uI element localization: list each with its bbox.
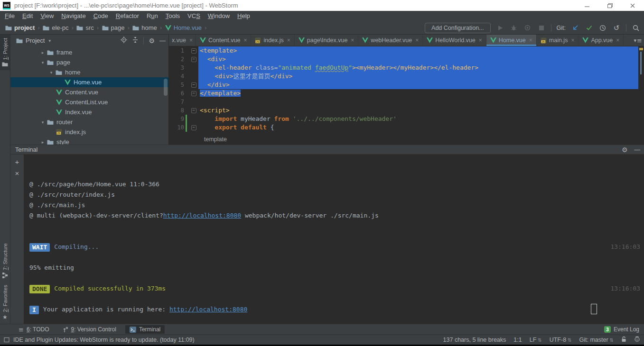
- tree-expand-icon[interactable]: ▸: [39, 140, 47, 145]
- tab-close-icon[interactable]: ×: [351, 37, 354, 44]
- tab-close-icon[interactable]: ×: [243, 37, 247, 44]
- hide-panel-icon[interactable]: —: [159, 37, 166, 44]
- bottom-tool-window-6-todo[interactable]: ≡6: TODO: [14, 325, 54, 334]
- tree-item-contentlist-vue[interactable]: ContentList.vue: [10, 97, 168, 107]
- status-widget-137-chars-5-line-breaks[interactable]: 137 chars, 5 line breaks: [443, 337, 506, 343]
- line-number[interactable]: 1: [169, 46, 184, 55]
- project-scrollbar-thumb[interactable]: [164, 79, 168, 96]
- status-widget-utf-8[interactable]: UTF-8⇅: [550, 337, 572, 343]
- menu-vcs[interactable]: VCS: [184, 11, 204, 21]
- menu-code[interactable]: Code: [90, 11, 112, 21]
- menu-refactor[interactable]: Refactor: [112, 11, 143, 21]
- tree-item-page[interactable]: ▾page: [10, 57, 168, 67]
- fold-icon[interactable]: −: [191, 108, 196, 113]
- editor-scrollbar-stripe[interactable]: [638, 46, 644, 134]
- rollback-icon[interactable]: ↺: [612, 24, 621, 32]
- history-icon[interactable]: [598, 24, 607, 32]
- line-number[interactable]: 8: [169, 106, 184, 115]
- code-line-text[interactable]: <template>: [198, 46, 638, 55]
- line-number[interactable]: 4: [169, 72, 184, 81]
- run-with-coverage-icon[interactable]: [523, 24, 532, 32]
- minimize-button[interactable]: [576, 0, 598, 11]
- fold-icon[interactable]: −: [191, 125, 196, 130]
- locate-file-icon[interactable]: [121, 36, 127, 45]
- menu-file[interactable]: File: [1, 11, 19, 21]
- search-everywhere-icon[interactable]: [632, 24, 640, 32]
- terminal-settings-gear-icon[interactable]: ⚙: [622, 146, 628, 154]
- code-line-7[interactable]: 7: [169, 98, 638, 106]
- code-line-2[interactable]: 2− <div>: [169, 55, 638, 64]
- breadcrumb-home[interactable]: home: [131, 24, 159, 31]
- tab-main-js[interactable]: JSmain.js×: [537, 35, 579, 46]
- project-view-selector[interactable]: Project ▾: [16, 37, 51, 44]
- breadcrumb-project[interactable]: project: [4, 24, 36, 31]
- menu-window[interactable]: Window: [204, 11, 233, 21]
- code-line-text[interactable]: import myHeader from '../../components/w…: [198, 115, 638, 123]
- line-number[interactable]: 5: [169, 81, 184, 89]
- breadcrumb-page[interactable]: page: [101, 24, 126, 31]
- fold-icon[interactable]: −: [191, 48, 196, 54]
- event-log-button[interactable]: 3 Event Log: [604, 326, 639, 333]
- menu-tools[interactable]: Tools: [162, 11, 184, 21]
- code-line-1[interactable]: 1−<template>: [169, 46, 638, 55]
- tab-content-vue[interactable]: Content.vue×: [196, 35, 251, 46]
- run-icon[interactable]: [496, 24, 504, 32]
- tab-close-icon[interactable]: ×: [571, 37, 574, 44]
- settings-gear-icon[interactable]: ⚙: [149, 37, 155, 45]
- close-button[interactable]: [621, 0, 644, 11]
- collapse-all-icon[interactable]: [132, 36, 139, 45]
- tree-expand-icon[interactable]: ▾: [39, 120, 47, 125]
- tree-item-home[interactable]: ▾home: [10, 67, 168, 77]
- code-line-text[interactable]: [198, 98, 638, 106]
- status-widget-1-1[interactable]: 1:1: [513, 337, 522, 343]
- menu-navigate[interactable]: Navigate: [57, 11, 89, 21]
- line-number[interactable]: 2: [169, 55, 184, 64]
- write-access-lock-icon[interactable]: [621, 336, 626, 344]
- tab-home-vue[interactable]: Home.vue×: [486, 35, 537, 46]
- terminal-output[interactable]: @ ./src/page/home/Home.vue 11:0-366@ ./s…: [24, 155, 644, 324]
- code-line-text[interactable]: <div>这里才是首页</div>: [198, 72, 638, 81]
- code-line-6[interactable]: 6−</template>: [169, 89, 638, 98]
- new-session-icon[interactable]: +: [15, 158, 19, 165]
- status-widget-lf[interactable]: LF⇅: [530, 337, 542, 343]
- fold-icon[interactable]: −: [191, 82, 196, 88]
- status-message-area[interactable]: IDE and Plugin Updates: WebStorm is read…: [4, 337, 195, 343]
- code-line-3[interactable]: 3 <el-header class="animated faedOutUp">…: [169, 64, 638, 72]
- tree-item-frame[interactable]: ▸frame: [10, 47, 168, 57]
- tree-expand-icon[interactable]: ▸: [39, 50, 47, 55]
- code-line-8[interactable]: 8−<script>: [169, 106, 638, 115]
- debug-icon[interactable]: [510, 24, 518, 32]
- tool-window-button-2-favorites[interactable]: 2: Favorites★: [0, 282, 10, 324]
- tab-index-js[interactable]: JSindex.js×: [251, 35, 294, 46]
- code-editor[interactable]: 1−<template>2− <div>3 <el-header class="…: [169, 46, 638, 132]
- tool-window-button-7-structure[interactable]: 7: Structure: [0, 240, 10, 282]
- fold-icon[interactable]: −: [191, 57, 196, 62]
- tool-window-button-1-project[interactable]: 1: Project: [0, 35, 10, 70]
- editor-scrollbar-thumb[interactable]: [640, 52, 642, 74]
- line-number[interactable]: 3: [169, 64, 184, 72]
- line-number[interactable]: 6: [169, 89, 184, 98]
- bottom-tool-window-9-version-control[interactable]: 9: Version Control: [58, 325, 121, 334]
- terminal-cursor[interactable]: [591, 304, 597, 314]
- hidden-tabs-dropdown-icon[interactable]: ▾≡: [632, 35, 644, 46]
- tab-close-icon[interactable]: ×: [616, 37, 619, 44]
- code-line-4[interactable]: 4 <div>这里才是首页</div>: [169, 72, 638, 81]
- bottom-tool-window-terminal[interactable]: Terminal: [125, 325, 165, 334]
- tab-page-index-vue[interactable]: page\Index.vue×: [295, 35, 359, 46]
- stop-icon[interactable]: [537, 24, 546, 32]
- menu-run[interactable]: Run: [143, 11, 162, 21]
- update-project-icon[interactable]: [571, 24, 579, 32]
- close-session-icon[interactable]: ×: [15, 170, 19, 177]
- tree-item-index-js[interactable]: JSindex.js: [10, 127, 168, 137]
- breadcrumb-template[interactable]: template: [204, 136, 227, 143]
- code-line-text[interactable]: <div>: [198, 55, 638, 64]
- tree-expand-icon[interactable]: ▾: [47, 70, 55, 75]
- tab-webheader-vue[interactable]: webHeader.vue×: [358, 35, 423, 46]
- tab-helloworld-vue[interactable]: HelloWorld.vue×: [423, 35, 486, 46]
- commit-icon[interactable]: [585, 24, 593, 32]
- menu-edit[interactable]: Edit: [19, 11, 37, 21]
- tab-close-icon[interactable]: ×: [479, 37, 482, 44]
- highlighting-level-icon[interactable]: [634, 336, 640, 344]
- terminal-hide-icon[interactable]: —: [635, 146, 641, 153]
- line-number[interactable]: 7: [169, 98, 184, 106]
